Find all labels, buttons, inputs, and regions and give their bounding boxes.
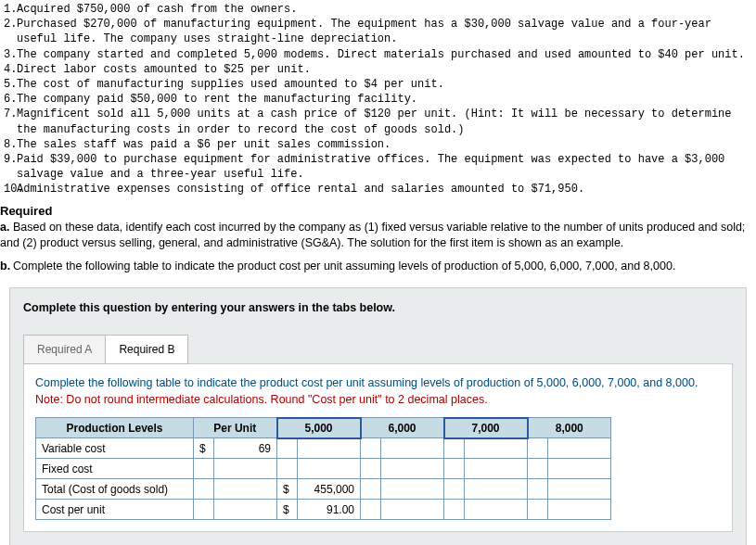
production-table: Production Levels Per Unit 5,000 6,000 7… xyxy=(35,417,611,521)
req-b-text: Complete the following table to indicate… xyxy=(13,260,675,272)
cell-7000-currency[interactable] xyxy=(444,459,465,479)
list-item: 3.The company started and completed 5,00… xyxy=(4,47,752,62)
cell-6000-currency[interactable] xyxy=(361,479,381,500)
list-item: 9.Paid $39,000 to purchase equipment for… xyxy=(4,152,752,182)
list-item-text: The company started and completed 5,000 … xyxy=(17,47,752,62)
cell-per-unit-value[interactable] xyxy=(214,500,277,520)
answer-area: Complete this question by entering your … xyxy=(9,287,747,545)
cell-per-unit-currency[interactable]: $ xyxy=(194,438,214,459)
cell-7000-value[interactable] xyxy=(465,500,528,520)
header-per-unit: Per Unit xyxy=(194,418,277,438)
cell-8000-value[interactable] xyxy=(548,500,611,520)
cell-7000-currency[interactable] xyxy=(444,438,465,459)
list-item: 2.Purchased $270,000 of manufacturing eq… xyxy=(4,17,752,46)
required-heading: Required xyxy=(0,198,756,220)
list-item-text: The sales staff was paid a $6 per unit s… xyxy=(17,137,752,152)
list-item-number: 6. xyxy=(4,92,17,107)
cell-5000-value[interactable]: 91.00 xyxy=(298,500,361,520)
table-header-row: Production Levels Per Unit 5,000 6,000 7… xyxy=(36,418,611,438)
cell-6000-value[interactable] xyxy=(381,438,444,459)
list-item-text: The company paid $50,000 to rent the man… xyxy=(17,92,752,107)
tab-required-b[interactable]: Required B xyxy=(106,335,188,364)
row-variable-cost: Variable cost $ 69 xyxy=(36,438,611,459)
list-item-number: 5. xyxy=(4,77,17,92)
cell-7000-value[interactable] xyxy=(465,438,528,459)
tabs-instruction: Complete this question by entering your … xyxy=(23,301,733,327)
list-item-text: Administrative expenses consisting of of… xyxy=(17,182,752,196)
cell-per-unit-value[interactable] xyxy=(214,459,277,479)
list-item-text: Magnificent sold all 5,000 units at a ca… xyxy=(17,107,752,136)
cell-8000-currency[interactable] xyxy=(528,438,548,459)
panel-instruction: Complete the following table to indicate… xyxy=(35,375,721,391)
cell-8000-value[interactable] xyxy=(548,479,611,500)
row-total-cogs: Total (Cost of goods sold) $ 455,000 xyxy=(36,479,611,500)
cell-8000-value[interactable] xyxy=(548,438,611,459)
cell-per-unit-currency[interactable] xyxy=(194,459,214,479)
tab-required-a[interactable]: Required A xyxy=(23,335,106,364)
header-7000: 7,000 xyxy=(444,418,528,438)
header-5000: 5,000 xyxy=(277,418,361,438)
list-item-number: 4. xyxy=(4,62,17,77)
list-item-number: 2. xyxy=(4,17,17,46)
cell-5000-currency[interactable]: $ xyxy=(277,479,298,500)
cell-8000-currency[interactable] xyxy=(528,500,548,520)
list-item-number: 10. xyxy=(4,182,17,196)
cell-7000-currency[interactable] xyxy=(444,479,465,500)
label-variable-cost: Variable cost xyxy=(36,438,194,459)
cell-8000-value[interactable] xyxy=(548,459,611,479)
cell-7000-value[interactable] xyxy=(465,459,528,479)
req-a-lead: a. xyxy=(0,220,13,235)
header-6000: 6,000 xyxy=(361,418,444,438)
list-item-text: The cost of manufacturing supplies used … xyxy=(17,77,752,92)
cell-6000-value[interactable] xyxy=(381,500,444,520)
cell-5000-currency[interactable]: $ xyxy=(277,500,298,520)
label-cost-per-unit: Cost per unit xyxy=(36,500,194,520)
list-item-number: 3. xyxy=(4,47,17,62)
label-total-cogs: Total (Cost of goods sold) xyxy=(36,479,194,500)
list-item-number: 7. xyxy=(4,107,17,136)
given-information-list: 1.Acquired $750,000 of cash from the own… xyxy=(0,0,756,198)
panel-note: Note: Do not round intermediate calculat… xyxy=(35,393,721,406)
list-item: 7.Magnificent sold all 5,000 units at a … xyxy=(4,107,752,136)
label-fixed-cost: Fixed cost xyxy=(36,459,194,479)
cell-5000-currency[interactable] xyxy=(277,459,298,479)
cell-7000-value[interactable] xyxy=(465,479,528,500)
list-item-number: 8. xyxy=(4,137,17,152)
requirement-a: a.Based on these data, identify each cos… xyxy=(0,220,756,259)
cell-5000-value[interactable] xyxy=(298,459,361,479)
list-item: 6.The company paid $50,000 to rent the m… xyxy=(4,92,752,107)
cell-6000-value[interactable] xyxy=(381,479,444,500)
cell-per-unit-currency[interactable] xyxy=(194,500,214,520)
row-fixed-cost: Fixed cost xyxy=(36,459,611,479)
row-cost-per-unit: Cost per unit $ 91.00 xyxy=(36,500,611,520)
list-item-number: 9. xyxy=(4,152,17,182)
cell-5000-value[interactable]: 455,000 xyxy=(298,479,361,500)
cell-6000-currency[interactable] xyxy=(361,500,381,520)
req-a-text: Based on these data, identify each cost … xyxy=(0,221,745,249)
cell-6000-currency[interactable] xyxy=(361,438,381,459)
header-8000: 8,000 xyxy=(528,418,611,438)
cell-8000-currency[interactable] xyxy=(528,459,548,479)
req-b-lead: b. xyxy=(0,259,13,274)
list-item: 10.Administrative expenses consisting of… xyxy=(4,182,752,196)
cell-6000-currency[interactable] xyxy=(361,459,381,479)
cell-6000-value[interactable] xyxy=(381,459,444,479)
requirement-b: b.Complete the following table to indica… xyxy=(0,259,756,282)
cell-per-unit-value[interactable] xyxy=(214,479,277,500)
cell-5000-currency[interactable] xyxy=(277,438,298,459)
tab-panel-required-b: Complete the following table to indicate… xyxy=(23,363,733,532)
list-item: 5.The cost of manufacturing supplies use… xyxy=(4,77,752,92)
cell-5000-value[interactable] xyxy=(298,438,361,459)
list-item: 1.Acquired $750,000 of cash from the own… xyxy=(4,2,752,17)
list-item-text: Purchased $270,000 of manufacturing equi… xyxy=(17,17,752,46)
tab-row: Required A Required B xyxy=(23,335,733,364)
list-item: 4.Direct labor costs amounted to $25 per… xyxy=(4,62,752,77)
list-item-text: Paid $39,000 to purchase equipment for a… xyxy=(17,152,752,182)
cell-per-unit-value[interactable]: 69 xyxy=(214,438,277,459)
cell-7000-currency[interactable] xyxy=(444,500,465,520)
cell-8000-currency[interactable] xyxy=(528,479,548,500)
header-production-levels: Production Levels xyxy=(36,418,194,438)
list-item: 8.The sales staff was paid a $6 per unit… xyxy=(4,137,752,152)
list-item-number: 1. xyxy=(4,2,17,17)
cell-per-unit-currency[interactable] xyxy=(194,479,214,500)
